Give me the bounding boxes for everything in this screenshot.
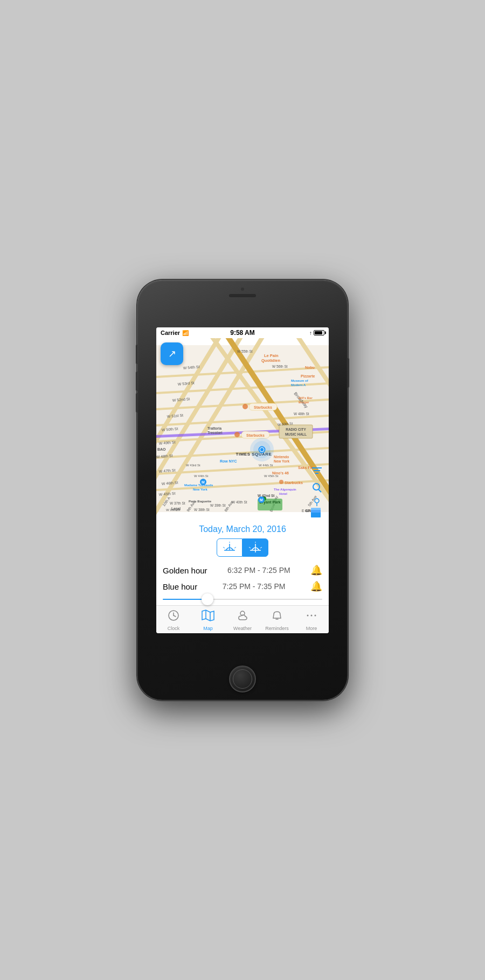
svg-text:W 44th St: W 44th St: [259, 464, 273, 467]
svg-line-118: [174, 615, 176, 617]
map-icon: [202, 609, 214, 625]
svg-text:M: M: [260, 498, 263, 502]
svg-line-113: [249, 547, 251, 548]
wifi-icon: 📶: [182, 330, 189, 336]
tab-more[interactable]: More: [294, 609, 329, 631]
svg-text:Quotidien: Quotidien: [261, 358, 280, 363]
svg-text:W 44th St: W 44th St: [194, 474, 209, 478]
svg-point-36: [242, 404, 248, 409]
svg-text:New York: New York: [274, 459, 289, 463]
svg-line-114: [260, 547, 262, 548]
svg-text:W 36th St: W 36th St: [166, 508, 181, 512]
svg-text:W 43rd St: W 43rd St: [186, 464, 200, 467]
svg-text:MUSIC HALL: MUSIC HALL: [285, 432, 307, 436]
tab-reminders[interactable]: Reminders: [260, 609, 294, 631]
sunset-toggle[interactable]: [242, 538, 268, 557]
svg-text:Paris Baguette: Paris Baguette: [189, 500, 212, 503]
phone-top: [137, 288, 348, 297]
golden-hour-label: Golden hour: [163, 566, 207, 575]
svg-text:Row NYC: Row NYC: [220, 459, 237, 463]
svg-text:Nobu: Nobu: [305, 366, 315, 369]
svg-rect-104: [311, 508, 321, 510]
svg-text:The Algonquin: The Algonquin: [274, 488, 296, 491]
tab-bar: Clock Map: [156, 605, 329, 633]
home-button[interactable]: [229, 666, 256, 692]
home-button-ring: [233, 669, 252, 689]
svg-text:Nintendo: Nintendo: [274, 455, 289, 459]
svg-text:Pizzarte: Pizzarte: [301, 374, 315, 378]
arrow-icon: ↗: [168, 349, 176, 359]
status-left: Carrier 📶: [161, 330, 189, 336]
svg-text:W 48th St: W 48th St: [294, 412, 309, 416]
svg-text:W 37th St: W 37th St: [170, 501, 185, 505]
weather-tab-label: Weather: [233, 626, 252, 631]
golden-hour-row: Golden hour 6:32 PM - 7:25 PM 🔔: [163, 562, 322, 578]
svg-point-126: [315, 615, 316, 617]
svg-text:Saks Fif: Saks Fif: [298, 466, 313, 470]
tab-clock[interactable]: Clock: [156, 609, 191, 631]
blue-hour-time: 7:25 PM - 7:35 PM: [223, 582, 286, 591]
svg-text:Trecolori: Trecolori: [207, 431, 223, 435]
golden-hour-time: 6:32 PM - 7:25 PM: [227, 566, 290, 575]
phone-frame: Carrier 📶 9:58 AM ↑: [137, 280, 348, 700]
blue-hour-label: Blue hour: [163, 582, 197, 591]
svg-text:W 38th St: W 38th St: [194, 508, 210, 512]
sunrise-toggle[interactable]: [217, 538, 242, 557]
status-bar: Carrier 📶 9:58 AM ↑: [156, 327, 329, 338]
svg-text:Starbucks: Starbucks: [254, 405, 272, 409]
svg-text:Modern A: Modern A: [291, 383, 306, 387]
svg-text:Bill's Bar: Bill's Bar: [299, 396, 313, 400]
svg-text:M: M: [202, 480, 205, 484]
slider-fill: [163, 599, 207, 600]
clock-icon: [167, 609, 180, 625]
svg-text:W 40th St: W 40th St: [232, 500, 247, 504]
bell-tab-icon: [271, 609, 283, 625]
map-svg: W 54th St W 53rd St W 52nd St W 51st St …: [156, 338, 329, 519]
svg-text:W 39th St: W 39th St: [210, 503, 226, 507]
svg-text:Starbucks: Starbucks: [246, 433, 265, 437]
map-tab-label: Map: [203, 626, 213, 631]
carrier-label: Carrier: [161, 330, 180, 336]
svg-point-125: [311, 615, 313, 617]
svg-text:Museum of: Museum of: [291, 379, 309, 382]
svg-text:Madame Tussauds: Madame Tussauds: [184, 484, 213, 487]
date-display: Today, March 20, 2016: [163, 524, 322, 534]
svg-marker-119: [202, 610, 214, 621]
slider-thumb[interactable]: [202, 593, 213, 605]
svg-text:RADIO CITY: RADIO CITY: [286, 428, 306, 431]
clock-tab-label: Clock: [168, 626, 180, 631]
time-slider[interactable]: [163, 594, 322, 602]
status-right: ↑: [309, 330, 324, 336]
reminders-tab-label: Reminders: [265, 626, 289, 631]
svg-text:Trattoria: Trattoria: [207, 426, 221, 430]
svg-line-107: [223, 547, 225, 548]
svg-line-108: [234, 547, 236, 548]
svg-text:Starbucks: Starbucks: [285, 481, 303, 485]
blue-hour-bell[interactable]: 🔔: [310, 580, 322, 592]
golden-hour-bell[interactable]: 🔔: [310, 564, 322, 576]
svg-point-66: [279, 480, 283, 484]
time-display: 9:58 AM: [230, 329, 255, 337]
svg-text:Le Pain: Le Pain: [264, 353, 279, 358]
more-icon: [305, 609, 318, 625]
slider-track: [163, 599, 322, 600]
svg-text:Hotel: Hotel: [279, 492, 287, 495]
svg-rect-56: [279, 425, 313, 438]
battery-fill: [315, 331, 322, 334]
toggle-group[interactable]: [163, 538, 322, 557]
svg-point-74: [253, 441, 271, 458]
tab-weather[interactable]: Weather: [225, 609, 260, 631]
tab-map[interactable]: Map: [191, 609, 225, 631]
svg-point-124: [307, 615, 309, 617]
svg-text:W 45th St: W 45th St: [264, 474, 279, 478]
svg-text:BAO: BAO: [157, 447, 166, 451]
phone-screen: Carrier 📶 9:58 AM ↑: [156, 327, 329, 633]
info-panel: Today, March 20, 2016: [156, 519, 329, 605]
speaker: [229, 294, 256, 297]
svg-text:New York: New York: [193, 488, 207, 491]
blue-hour-row: Blue hour 7:25 PM - 7:35 PM 🔔: [163, 578, 322, 594]
svg-text:Burger: Burger: [299, 401, 309, 404]
camera-dot: [241, 288, 244, 291]
map-area[interactable]: W 54th St W 53rd St W 52nd St W 51st St …: [156, 338, 329, 519]
navigation-button[interactable]: ↗: [161, 342, 183, 365]
